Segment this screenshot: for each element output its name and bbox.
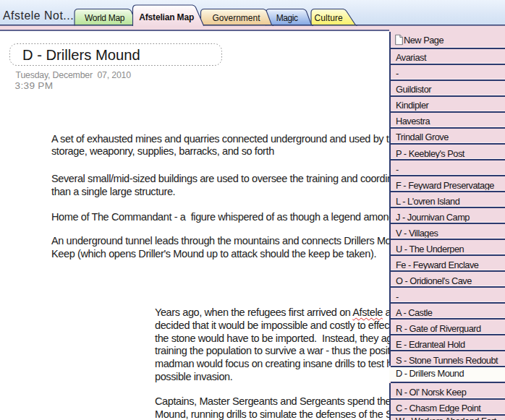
svg-text:Magic: Magic [276, 13, 298, 23]
svg-text:Afstelian Map: Afstelian Map [139, 12, 194, 22]
svg-text:Culture: Culture [315, 13, 344, 23]
svg-text:World Map: World Map [85, 13, 125, 23]
svg-text:Government: Government [213, 13, 261, 23]
